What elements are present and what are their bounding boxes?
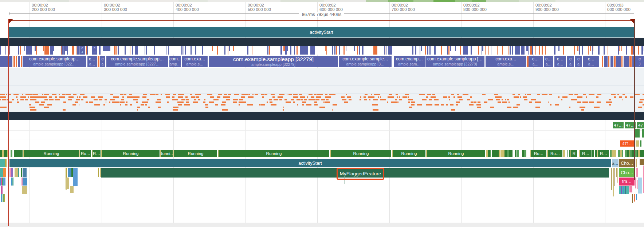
scatter-dash <box>482 94 486 95</box>
process-slice[interactable]: c…a… <box>87 56 97 67</box>
tick-bar <box>339 46 340 55</box>
running-segment[interactable]: Running <box>23 150 79 157</box>
running-segment[interactable]: R… <box>579 150 592 157</box>
tick-bar <box>447 46 448 55</box>
scatter-dash <box>186 101 189 103</box>
running-segment[interactable]: R <box>570 150 577 157</box>
running-segment[interactable]: Runni… <box>160 150 173 157</box>
scatter-dash <box>562 96 568 98</box>
process-slice[interactable]: com…amp… <box>169 56 181 67</box>
running-segment[interactable]: Running <box>101 150 160 157</box>
green-block[interactable] <box>642 129 644 138</box>
process-slice[interactable]: c…a… <box>528 56 543 67</box>
running-segment[interactable]: Running <box>173 150 217 157</box>
cursor-line-left[interactable] <box>8 19 9 226</box>
slice-scatter <box>0 68 644 112</box>
tick-bar <box>415 46 416 55</box>
badge-471-khaki-block[interactable] <box>636 140 639 147</box>
scatter-dash <box>307 96 308 98</box>
tick-bar <box>497 46 498 55</box>
badge-47[interactable]: 47 <box>637 122 644 128</box>
process-slice[interactable]: com.exa…ample.s… <box>486 56 526 67</box>
scatter-dash <box>456 101 460 103</box>
tick-bar-labeled[interactable]: c J <box>79 46 85 55</box>
cpu-running-track[interactable]: RunningRu…R…RunningRunni…RunningRunningR… <box>0 150 644 157</box>
track-summary-band-1[interactable] <box>0 38 644 46</box>
selected-slice-highlight[interactable]: MyFlaggedFeature <box>337 168 384 180</box>
running-segment[interactable]: R… <box>92 150 101 157</box>
scatter-dash <box>586 96 587 98</box>
scatter-dash <box>80 94 85 95</box>
fragment <box>70 186 74 193</box>
trace-viewer-canvas[interactable]: 00:00:02 200 000 00000:00:02 300 000 000… <box>0 0 644 227</box>
badge-cho-olive[interactable]: Cho… <box>619 159 635 167</box>
scatter-dash <box>234 94 239 95</box>
running-segment[interactable]: Running <box>392 150 425 157</box>
badge-tra[interactable]: tra… <box>619 178 635 186</box>
scatter-dash <box>395 99 397 100</box>
scatter-dash <box>321 99 326 100</box>
scatter-dash <box>279 94 284 95</box>
process-slice[interactable]: com.example.sampleap…ample.sampleapp [32… <box>23 56 86 67</box>
process-slice[interactable]: com.example.sample…ample.sampleapp [3… <box>339 56 392 67</box>
green-block[interactable] <box>635 129 640 138</box>
tick-bar <box>310 46 315 55</box>
slice-activity-start-1[interactable]: activityStart <box>8 27 635 37</box>
running-segment[interactable]: Running <box>218 150 329 157</box>
tick-bar-labeled[interactable]: c J <box>92 46 97 55</box>
fragment <box>11 168 13 177</box>
scatter-dash <box>63 101 66 103</box>
process-slice[interactable]: ca <box>100 56 105 67</box>
badge-47[interactable]: 47… <box>613 122 624 128</box>
running-segment[interactable]: Ru… <box>530 150 546 157</box>
scatter-dash <box>459 99 463 100</box>
tick-bar <box>65 46 67 51</box>
badge-a[interactable]: a… <box>612 159 619 167</box>
tick-bar <box>579 46 580 55</box>
scatter-dash <box>458 96 462 98</box>
scatter-dash <box>463 94 469 95</box>
process-slice[interactable]: c…a… <box>554 56 566 67</box>
scatter-dash <box>427 94 431 95</box>
scatter-dash <box>435 104 439 105</box>
running-segment[interactable]: Ru… <box>79 150 91 157</box>
tick-bar <box>539 46 540 55</box>
badge-471[interactable]: 471… <box>620 140 635 147</box>
scatter-dash <box>81 99 83 100</box>
running-segment[interactable]: Ru… <box>547 150 562 157</box>
badge-cho-green[interactable]: Cho… <box>619 168 635 177</box>
scatter-dash <box>558 96 559 98</box>
scatter-dash <box>537 94 540 95</box>
process-slice[interactable]: com.example.sampleapp […ample.sampleapp … <box>425 56 484 67</box>
cursor-line-right[interactable] <box>634 20 635 180</box>
scatter-dash <box>325 94 327 95</box>
scatter-dash <box>89 101 93 103</box>
slice-activity-start-2[interactable]: activityStart <box>9 159 611 167</box>
badge-471-green-sliver[interactable] <box>640 140 641 147</box>
process-slice[interactable]: cJ <box>635 56 644 67</box>
process-slice[interactable]: com.examp…ample.sam… <box>394 56 425 67</box>
scatter-dash <box>319 107 325 108</box>
process-track[interactable]: com.example.sampleap…ample.sampleapp [32… <box>0 56 644 67</box>
tick-bar <box>412 46 413 55</box>
process-slice[interactable]: c…a… <box>544 56 553 67</box>
tick-bar <box>588 46 588 55</box>
process-slice[interactable]: ca <box>575 56 582 67</box>
fragment <box>66 178 69 189</box>
scatter-dash <box>371 94 372 95</box>
running-segment[interactable]: Running <box>330 150 391 157</box>
span-marker-flag-left[interactable] <box>8 19 13 25</box>
process-slice[interactable]: com.example.sampleapp…ample.sampleapp [3… <box>106 56 168 67</box>
scatter-dash <box>68 96 74 98</box>
track-summary-band-2[interactable] <box>0 112 644 120</box>
running-segment[interactable]: R… <box>597 150 609 157</box>
process-slice[interactable]: c…a… <box>583 56 599 67</box>
process-slice[interactable]: com.example.sampleapp [32279]ample.sampl… <box>209 56 338 67</box>
thread-state-tick-row[interactable]: c Jc J <box>0 46 644 55</box>
tick-bar <box>125 46 126 55</box>
process-slice[interactable]: com.exa…ample.s… <box>182 56 208 67</box>
running-segment[interactable]: Running <box>426 150 485 157</box>
process-slice[interactable]: ca <box>567 56 574 67</box>
scatter-dash <box>360 96 361 98</box>
scatter-dash <box>83 96 87 98</box>
